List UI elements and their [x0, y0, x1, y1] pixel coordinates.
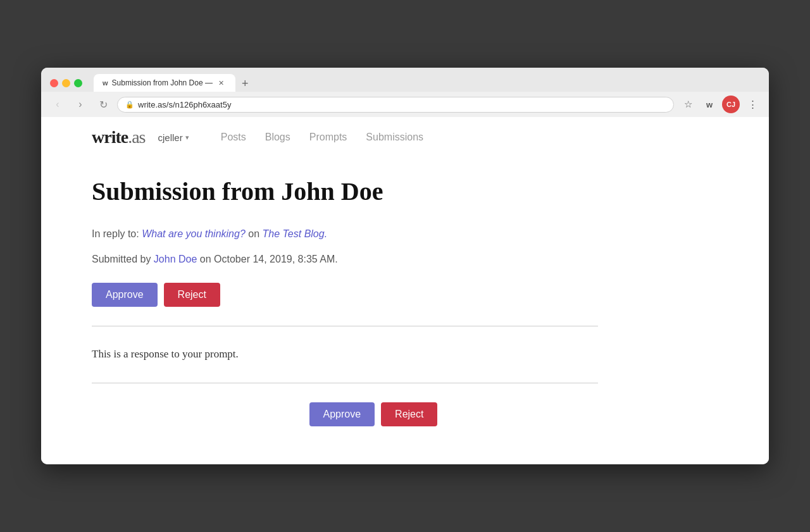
toolbar-actions: ☆ w CJ ⋮: [679, 96, 761, 113]
profile-avatar[interactable]: CJ: [722, 96, 740, 113]
reply-meta: In reply to: What are you thinking? on T…: [92, 226, 655, 242]
forward-button[interactable]: ›: [72, 96, 89, 113]
response-text: This is a response to your prompt.: [92, 345, 655, 364]
bottom-action-buttons: Approve Reject: [92, 402, 655, 426]
bottom-reject-button[interactable]: Reject: [381, 402, 437, 426]
logo-light: .as: [128, 127, 145, 147]
minimize-window-button[interactable]: [62, 79, 70, 87]
bottom-approve-button[interactable]: Approve: [309, 402, 375, 426]
more-button[interactable]: ⋮: [744, 96, 761, 113]
nav-submissions-link[interactable]: Submissions: [366, 132, 423, 143]
nav-posts-link[interactable]: Posts: [221, 132, 246, 143]
traffic-lights: [50, 79, 82, 87]
nav-links: Posts Blogs Prompts Submissions: [221, 132, 423, 143]
logo-bold: write: [92, 127, 128, 147]
submitted-suffix: on October 14, 2019, 8:35 AM.: [200, 254, 338, 264]
bookmark-button[interactable]: ☆: [679, 96, 697, 113]
maximize-window-button[interactable]: [74, 79, 82, 87]
site-nav: write.as cjeller ▾ Posts Blogs Prompts S…: [41, 117, 769, 158]
user-menu[interactable]: cjeller ▾: [158, 132, 189, 143]
tabs-bar: w Submission from John Doe — ✕ +: [94, 74, 253, 92]
prompt-link[interactable]: What are you thinking?: [142, 228, 246, 239]
reply-prefix: In reply to:: [92, 228, 139, 239]
close-window-button[interactable]: [50, 79, 58, 87]
w-extension-button[interactable]: w: [701, 96, 718, 113]
submitted-meta: Submitted by John Doe on October 14, 201…: [92, 251, 655, 268]
lock-icon: 🔒: [125, 101, 134, 109]
tab-title: Submission from John Doe —: [112, 78, 213, 87]
back-button[interactable]: ‹: [49, 96, 66, 113]
new-tab-button[interactable]: +: [237, 75, 254, 92]
top-action-buttons: Approve Reject: [92, 283, 655, 307]
top-approve-button[interactable]: Approve: [92, 283, 158, 307]
submitted-prefix: Submitted by: [92, 254, 151, 264]
site-logo: write.as: [92, 127, 146, 147]
page-content: write.as cjeller ▾ Posts Blogs Prompts S…: [41, 117, 769, 464]
browser-controls: w Submission from John Doe — ✕ +: [50, 74, 760, 92]
top-reject-button[interactable]: Reject: [164, 283, 220, 307]
user-menu-arrow-icon: ▾: [185, 133, 189, 142]
active-tab[interactable]: w Submission from John Doe — ✕: [94, 74, 235, 92]
tab-favicon: w: [103, 79, 108, 87]
bottom-divider: [92, 383, 598, 383]
main-content: Submission from John Doe In reply to: Wh…: [41, 158, 706, 464]
nav-prompts-link[interactable]: Prompts: [309, 132, 347, 143]
user-name: cjeller: [158, 132, 183, 143]
reload-button[interactable]: ↻: [94, 96, 112, 113]
nav-blogs-link[interactable]: Blogs: [265, 132, 290, 143]
url-text: write.as/s/n126ph6xaat5y: [138, 100, 666, 109]
browser-toolbar: ‹ › ↻ 🔒 write.as/s/n126ph6xaat5y ☆ w CJ …: [41, 92, 769, 117]
top-divider: [92, 326, 598, 326]
browser-titlebar: w Submission from John Doe — ✕ +: [41, 68, 769, 92]
blog-link[interactable]: The Test Blog.: [263, 228, 328, 239]
address-bar[interactable]: 🔒 write.as/s/n126ph6xaat5y: [117, 97, 674, 113]
reply-on: on: [248, 228, 262, 239]
page-title: Submission from John Doe: [92, 176, 655, 207]
submitter-link[interactable]: John Doe: [154, 254, 197, 264]
browser-window: w Submission from John Doe — ✕ + ‹ › ↻ 🔒…: [41, 68, 769, 464]
tab-close-button[interactable]: ✕: [216, 78, 227, 88]
